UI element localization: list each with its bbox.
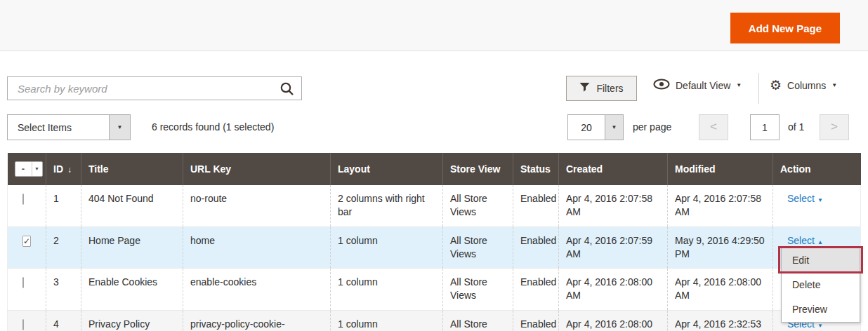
table-row: 3 Enable Cookies enable-cookies 1 column…	[8, 268, 861, 310]
cell-status: Enabled	[513, 268, 559, 310]
cell-store-view: All Store Views	[443, 227, 513, 268]
cell-created: Apr 4, 2016 2:07:58 AM	[559, 185, 668, 227]
row-select-action[interactable]: Select▼	[787, 193, 823, 204]
add-new-page-button[interactable]: Add New Page	[730, 13, 840, 43]
table-header-row: - ▼ ID↓ Title URL Key Layout Store View …	[8, 153, 861, 185]
column-header-store-view[interactable]: Store View	[443, 153, 513, 185]
cms-pages-grid-screen: Add New Page Filters Default View ▼ ⚙ Co…	[0, 0, 868, 331]
sort-desc-icon: ↓	[67, 165, 72, 175]
cell-status: Enabled	[513, 310, 559, 331]
chevron-right-icon: >	[831, 120, 838, 133]
default-view-dropdown[interactable]: Default View ▼	[653, 79, 742, 92]
cell-store-view: All Store Views	[443, 310, 513, 331]
toolbar-divider	[758, 73, 759, 104]
row-checkbox-checked[interactable]: ✓	[22, 236, 31, 247]
cell-modified: May 9, 2016 4:29:50 PM	[668, 227, 773, 268]
column-header-modified[interactable]: Modified	[668, 153, 773, 185]
table-row: 1 404 Not Found no-route 2 columns with …	[8, 185, 861, 227]
keyword-search-box	[7, 76, 302, 100]
search-icon[interactable]	[280, 81, 295, 100]
default-view-label: Default View	[676, 80, 730, 91]
cell-layout: 1 column	[331, 227, 443, 268]
per-page-label: per page	[633, 121, 671, 133]
column-header-url-key[interactable]: URL Key	[183, 153, 331, 185]
table-row: 4 Privacy Policy privacy-policy-cookie- …	[8, 310, 861, 331]
column-header-created[interactable]: Created	[559, 153, 668, 185]
cms-pages-table: - ▼ ID↓ Title URL Key Layout Store View …	[7, 153, 861, 331]
row-checkbox[interactable]	[22, 194, 24, 205]
per-page-value: 20	[568, 115, 605, 140]
cell-layout: 2 columns with right bar	[331, 185, 443, 227]
row-select-action-open[interactable]: Select▲	[787, 235, 823, 246]
per-page-caret-button[interactable]: ▼	[605, 115, 623, 140]
chevron-down-icon: ▼	[612, 125, 617, 130]
row-action-menu: Edit Delete Preview	[781, 248, 860, 323]
cell-created: Apr 4, 2016 2:07:59 AM	[559, 227, 668, 268]
cell-status: Enabled	[513, 185, 559, 227]
next-page-button[interactable]: >	[820, 114, 849, 140]
cell-created: Apr 4, 2016 2:08:00 AM	[559, 310, 668, 331]
cell-url-key: home	[183, 227, 331, 268]
cell-status: Enabled	[513, 227, 559, 268]
page-count-label: of 1	[788, 121, 804, 133]
cell-url-key: enable-cookies	[183, 268, 331, 310]
table-row-selected: ✓ 2 Home Page home 1 column All Store Vi…	[8, 227, 861, 268]
chevron-down-icon: ▼	[117, 125, 123, 130]
filter-funnel-icon	[579, 82, 590, 95]
chevron-up-icon: ▲	[817, 239, 823, 245]
column-header-status[interactable]: Status	[513, 153, 559, 185]
cell-layout: 1 column	[331, 310, 443, 331]
previous-page-button[interactable]: <	[699, 114, 728, 140]
cell-modified: Apr 4, 2016 2:32:53 AM	[668, 310, 773, 331]
select-all-header: - ▼	[8, 153, 46, 185]
column-header-id[interactable]: ID↓	[46, 153, 81, 185]
cell-store-view: All Store Views	[443, 268, 513, 310]
cell-layout: 1 column	[331, 268, 443, 310]
cell-modified: Apr 4, 2016 2:07:58 AM	[668, 185, 773, 227]
mass-action-caret-button[interactable]: ▼	[109, 115, 130, 140]
current-page-input[interactable]	[750, 114, 780, 140]
chevron-down-icon: ▼	[817, 323, 823, 329]
eye-icon	[653, 79, 670, 92]
cell-title: Privacy Policy	[81, 310, 183, 331]
cell-title: Home Page	[81, 227, 183, 268]
filters-button[interactable]: Filters	[566, 76, 637, 101]
mass-action-select[interactable]: Select Items ▼	[7, 114, 131, 140]
column-header-layout[interactable]: Layout	[331, 153, 443, 185]
cell-url-key: privacy-policy-cookie-	[183, 310, 331, 331]
cell-id: 1	[46, 185, 81, 227]
chevron-down-icon: ▼	[831, 83, 837, 88]
gear-icon: ⚙	[770, 79, 782, 92]
chevron-left-icon: <	[710, 120, 717, 133]
columns-dropdown[interactable]: ⚙ Columns ▼	[770, 79, 837, 92]
column-header-action: Action	[773, 153, 861, 185]
select-all-dash-icon: -	[15, 162, 32, 176]
records-summary: 6 records found (1 selected)	[152, 121, 274, 133]
select-all-control[interactable]: - ▼	[15, 161, 43, 177]
chevron-down-icon: ▼	[817, 197, 823, 203]
row-checkbox[interactable]	[22, 319, 24, 330]
page-header-band: Add New Page	[0, 0, 868, 51]
column-header-title[interactable]: Title	[81, 153, 183, 185]
cell-url-key: no-route	[183, 185, 331, 227]
chevron-down-icon: ▼	[32, 162, 42, 176]
menu-item-delete[interactable]: Delete	[782, 273, 860, 297]
cell-id: 3	[46, 268, 81, 310]
menu-item-preview[interactable]: Preview	[782, 297, 860, 322]
chevron-down-icon: ▼	[736, 83, 742, 88]
columns-label: Columns	[787, 80, 826, 91]
cell-modified: Apr 4, 2016 2:08:00 AM	[668, 268, 773, 310]
per-page-select[interactable]: 20 ▼	[567, 114, 624, 140]
mass-action-label: Select Items	[8, 115, 109, 140]
row-checkbox[interactable]	[22, 277, 24, 288]
cell-id: 2	[46, 227, 81, 268]
cell-created: Apr 4, 2016 2:08:00 AM	[559, 268, 668, 310]
search-input[interactable]	[8, 77, 301, 100]
cell-title: 404 Not Found	[81, 185, 183, 227]
cell-id: 4	[46, 310, 81, 331]
filters-label: Filters	[596, 83, 623, 94]
menu-item-edit[interactable]: Edit	[782, 248, 860, 273]
cell-store-view: All Store Views	[443, 185, 513, 227]
cell-title: Enable Cookies	[81, 268, 183, 310]
